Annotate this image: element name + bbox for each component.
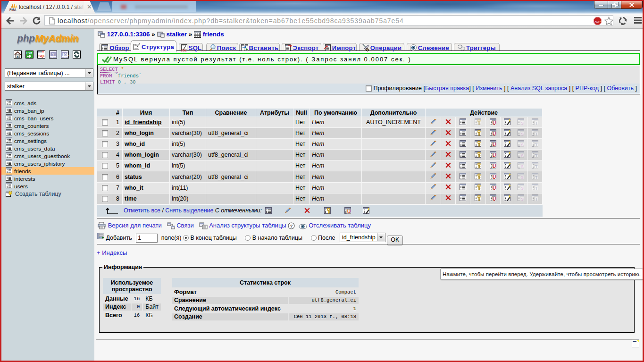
svg-text:Exit: Exit	[26, 51, 33, 55]
svg-text:?: ?	[290, 224, 293, 228]
svg-text:S: S	[521, 175, 524, 180]
svg-text:S: S	[521, 164, 524, 168]
svg-text:S: S	[521, 120, 524, 125]
svg-text:S: S	[521, 153, 524, 158]
svg-text:U: U	[493, 153, 496, 158]
svg-text:U: U	[493, 185, 496, 191]
svg-text:T: T	[535, 153, 538, 158]
svg-text:S: S	[521, 142, 524, 147]
svg-text:U: U	[493, 142, 496, 147]
svg-text:T: T	[535, 164, 538, 168]
svg-text:U: U	[493, 131, 496, 136]
svg-text:U: U	[493, 164, 496, 169]
svg-text:?: ?	[52, 52, 55, 57]
svg-text:T: T	[535, 186, 538, 191]
svg-text:S: S	[521, 197, 524, 202]
svg-text:SQL: SQL	[62, 53, 68, 57]
svg-text:T: T	[535, 175, 538, 180]
svg-text:S: S	[521, 131, 524, 136]
svg-text:U: U	[493, 120, 496, 126]
svg-text:U: U	[347, 209, 351, 214]
svg-text:T: T	[535, 142, 538, 147]
svg-text:S: S	[521, 186, 524, 191]
svg-text:T: T	[535, 131, 538, 136]
svg-text:SQL: SQL	[39, 54, 46, 58]
svg-text:ABP: ABP	[594, 20, 601, 23]
svg-text:T: T	[535, 197, 538, 202]
svg-text:T: T	[535, 120, 538, 125]
svg-text:U: U	[493, 196, 496, 202]
svg-text:U: U	[493, 175, 496, 180]
svg-text:PMA: PMA	[9, 8, 17, 11]
svg-text:SQL: SQL	[181, 49, 187, 51]
